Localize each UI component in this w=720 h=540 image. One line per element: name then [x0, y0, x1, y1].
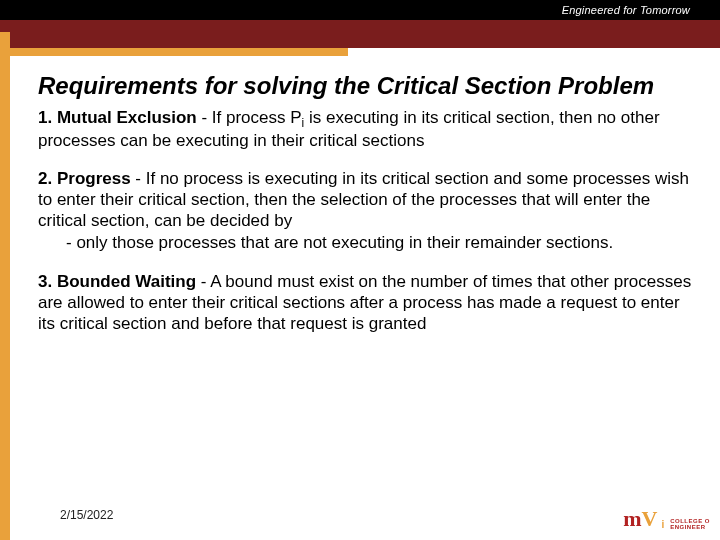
- item1-body-pre: - If process P: [197, 108, 302, 127]
- logo-v-icon: V: [641, 508, 657, 530]
- requirement-2: 2. Progress - If no process is executing…: [38, 169, 696, 254]
- slide-title: Requirements for solving the Critical Se…: [38, 72, 696, 100]
- logo-line2: ENGINEER: [670, 524, 710, 530]
- requirement-1: 1. Mutual Exclusion - If process Pi is e…: [38, 108, 696, 152]
- footer-date: 2/15/2022: [60, 508, 113, 522]
- item1-lead: Mutual Exclusion: [57, 108, 197, 127]
- item2-num: 2.: [38, 169, 52, 188]
- item1-num: 1.: [38, 108, 52, 127]
- content-area: Requirements for solving the Critical Se…: [38, 72, 696, 500]
- slide: Engineered for Tomorrow Requirements for…: [0, 0, 720, 540]
- item3-lead: Bounded Waiting: [57, 272, 196, 291]
- requirement-3: 3. Bounded Waiting - A bound must exist …: [38, 272, 696, 334]
- college-logo: mVi COLLEGE O ENGINEER: [623, 508, 710, 530]
- logo-m-icon: m: [623, 508, 641, 530]
- item2-sub-bullet: - only those processes that are not exec…: [66, 233, 696, 254]
- item2-body: - If no process is executing in its crit…: [38, 169, 689, 229]
- item2-lead: Progress: [57, 169, 131, 188]
- header-maroon-bar: [0, 20, 720, 48]
- header-tagline: Engineered for Tomorrow: [562, 0, 690, 20]
- item3-num: 3.: [38, 272, 52, 291]
- left-orange-stripe: [0, 32, 10, 540]
- logo-i-icon: i: [661, 519, 664, 530]
- logo-text: COLLEGE O ENGINEER: [670, 518, 710, 530]
- header-orange-strip: [8, 48, 348, 56]
